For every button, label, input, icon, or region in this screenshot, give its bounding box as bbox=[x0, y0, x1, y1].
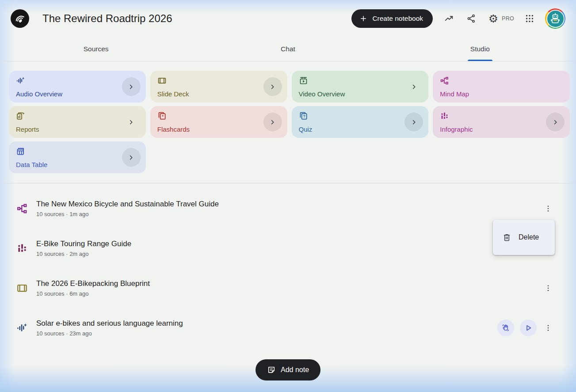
studio-item-title[interactable]: The New Mexico Bicycle and Sustainable T… bbox=[36, 200, 219, 209]
add-note-label: Add note bbox=[281, 366, 309, 374]
more-options-icon[interactable] bbox=[542, 199, 554, 218]
studio-tool-quiz[interactable]: ?Quiz bbox=[292, 106, 429, 138]
notebooklm-logo-icon[interactable] bbox=[11, 9, 29, 28]
tab-label: Chat bbox=[281, 45, 295, 53]
studio-tool-label: Quiz bbox=[299, 126, 313, 133]
audio-waveform-icon bbox=[16, 76, 139, 85]
studio-tool-label: Slide Deck bbox=[157, 90, 189, 98]
tab-label: Studio bbox=[470, 45, 490, 53]
trash-icon bbox=[502, 233, 511, 242]
studio-tool-audio-overview[interactable]: Audio Overview bbox=[9, 71, 146, 103]
chevron-right-icon[interactable] bbox=[404, 77, 423, 96]
more-options-icon[interactable] bbox=[542, 278, 554, 298]
studio-item-row[interactable]: E-Bike Touring Range Guide10 sources · 2… bbox=[11, 228, 565, 268]
studio-tool-label: Reports bbox=[16, 126, 39, 133]
audio-waveform-icon bbox=[16, 322, 29, 334]
infographic-icon bbox=[16, 243, 29, 254]
analytics-icon[interactable] bbox=[438, 8, 460, 29]
footer: Add note bbox=[0, 359, 576, 381]
studio-item-row[interactable]: The New Mexico Bicycle and Sustainable T… bbox=[11, 189, 565, 228]
share-icon[interactable] bbox=[460, 8, 482, 29]
mind-map-icon bbox=[440, 76, 563, 85]
svg-text:?: ? bbox=[303, 114, 305, 118]
create-notebook-label: Create notebook bbox=[372, 15, 423, 23]
notebooklm-app: The Rewired Roadtrip 2026 Create noteboo… bbox=[0, 0, 576, 392]
studio-item-row[interactable]: The 2026 E-Bikepacking Blueprint10 sourc… bbox=[11, 268, 565, 308]
chevron-right-icon[interactable] bbox=[404, 113, 423, 131]
tab-bar: SourcesChatStudio bbox=[0, 37, 576, 61]
chevron-right-icon[interactable] bbox=[263, 77, 282, 96]
notebook-title[interactable]: The Rewired Roadtrip 2026 bbox=[42, 12, 172, 25]
video-overview-icon bbox=[299, 76, 422, 85]
studio-tool-slide-deck[interactable]: Slide Deck bbox=[150, 71, 287, 103]
studio-tool-video-overview[interactable]: Video Overview bbox=[292, 71, 429, 103]
studio-item-row[interactable]: Solar e-bikes and serious language learn… bbox=[11, 308, 565, 348]
studio-item-title[interactable]: E-Bike Touring Range Guide bbox=[36, 240, 131, 248]
settings-gear-icon[interactable]: ⚙ bbox=[482, 8, 504, 29]
studio-tool-reports[interactable]: Reports bbox=[9, 106, 146, 138]
flashcards-icon bbox=[157, 111, 280, 121]
slide-deck-icon bbox=[16, 282, 29, 294]
tab-chat[interactable]: Chat bbox=[192, 37, 384, 61]
create-notebook-button[interactable]: Create notebook bbox=[351, 9, 433, 28]
play-button[interactable] bbox=[520, 320, 537, 336]
more-options-icon[interactable] bbox=[542, 318, 554, 338]
studio-tool-mind-map[interactable]: Mind Map bbox=[433, 71, 570, 103]
studio-tool-label: Infographic bbox=[440, 126, 473, 133]
studio-tools-grid: Audio OverviewSlide DeckVideo OverviewMi… bbox=[0, 61, 576, 183]
chevron-right-icon[interactable] bbox=[546, 113, 565, 131]
studio-tool-label: Data Table bbox=[16, 161, 47, 168]
studio-tool-label: Flashcards bbox=[157, 126, 190, 133]
studio-tool-data-table[interactable]: Data Table bbox=[9, 141, 146, 173]
studio-item-meta: 10 sources · 2m ago bbox=[36, 251, 131, 257]
pro-badge: PRO bbox=[502, 15, 514, 22]
robot-avatar-image bbox=[546, 10, 565, 28]
tab-studio[interactable]: Studio bbox=[384, 37, 576, 61]
user-avatar[interactable] bbox=[545, 8, 565, 29]
context-menu[interactable]: Delete bbox=[493, 220, 555, 255]
studio-output-list: The New Mexico Bicycle and Sustainable T… bbox=[0, 183, 576, 348]
tab-sources[interactable]: Sources bbox=[0, 37, 192, 61]
tab-label: Sources bbox=[84, 45, 109, 53]
studio-tool-infographic[interactable]: Infographic bbox=[433, 106, 570, 138]
quiz-icon: ? bbox=[299, 111, 422, 121]
studio-tool-label: Mind Map bbox=[440, 90, 469, 98]
header: The Rewired Roadtrip 2026 Create noteboo… bbox=[0, 0, 576, 37]
delete-menu-item[interactable]: Delete bbox=[519, 233, 539, 241]
mind-map-icon bbox=[16, 203, 29, 214]
chevron-right-icon[interactable] bbox=[122, 148, 141, 167]
reports-icon bbox=[16, 111, 139, 121]
add-note-button[interactable]: Add note bbox=[256, 359, 320, 381]
studio-item-title[interactable]: The 2026 E-Bikepacking Blueprint bbox=[36, 279, 150, 288]
chevron-right-icon[interactable] bbox=[263, 113, 282, 131]
studio-item-meta: 10 sources · 23m ago bbox=[36, 330, 183, 337]
apps-grid-icon[interactable] bbox=[519, 8, 541, 29]
studio-item-title[interactable]: Solar e-bikes and serious language learn… bbox=[36, 319, 183, 328]
infographic-icon bbox=[440, 111, 563, 121]
slide-deck-icon bbox=[157, 76, 280, 85]
studio-tool-label: Audio Overview bbox=[16, 90, 62, 98]
studio-item-meta: 10 sources · 6m ago bbox=[36, 290, 150, 297]
data-table-icon bbox=[16, 147, 139, 156]
studio-tool-label: Video Overview bbox=[299, 90, 345, 98]
studio-tool-flashcards[interactable]: Flashcards bbox=[150, 106, 287, 138]
interactive-mode-button[interactable] bbox=[497, 320, 514, 336]
header-actions: Create notebook ⚙ PRO bbox=[351, 8, 565, 29]
chevron-right-icon[interactable] bbox=[122, 77, 141, 96]
note-icon bbox=[267, 365, 276, 374]
plus-icon bbox=[359, 15, 367, 23]
studio-item-meta: 10 sources · 1m ago bbox=[36, 211, 219, 217]
chevron-right-icon[interactable] bbox=[122, 113, 141, 131]
